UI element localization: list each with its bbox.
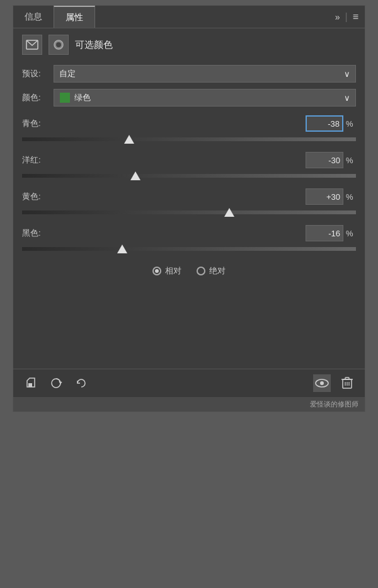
black-thumb[interactable] [117,245,127,253]
clip-icon [25,377,37,389]
color-dropdown-control[interactable]: 绿色 ∨ [54,89,356,107]
color-dropdown[interactable]: 绿色 ∨ [54,89,356,107]
cyan-slider-section: 青色: % [22,115,356,146]
divider: | [345,11,348,23]
radio-relative[interactable]: 相对 [152,265,181,277]
color-row: 颜色: 绿色 ∨ [22,89,356,107]
radio-absolute-label: 绝对 [209,265,226,277]
tab-properties[interactable]: 属性 [54,6,95,28]
magenta-track[interactable] [22,174,356,178]
preset-label: 预设: [22,68,54,79]
yellow-input[interactable] [306,188,343,205]
black-label: 黑色: [22,228,54,239]
cyan-row: 青色: % [22,115,356,132]
magenta-row: 洋红: % [22,152,356,168]
main-panel: 信息 属性 » | ≡ 可选颜色 [13,5,365,412]
visibility-cycle-icon-btn[interactable] [47,374,65,392]
clip-icon-btn[interactable] [22,374,40,392]
yellow-row: 黄色: % [22,188,356,205]
radio-relative-label: 相对 [165,265,181,277]
radio-absolute[interactable]: 绝对 [197,265,226,277]
preset-dropdown-control[interactable]: 自定 ∨ [54,65,356,83]
magenta-pct: % [346,156,356,165]
black-track-container [22,243,356,255]
panel-content: 可选颜色 预设: 自定 ∨ 颜色: 绿色 ∨ [13,28,365,369]
forward-icon[interactable]: » [335,12,340,22]
yellow-track-container [22,206,356,219]
yellow-track[interactable] [22,210,356,214]
cyan-track-container [22,133,356,146]
black-row: 黑色: % [22,225,356,241]
cyan-track[interactable] [22,137,356,141]
cyan-input[interactable] [306,115,343,132]
envelope-icon [26,40,38,50]
visibility-cycle-icon [50,377,62,389]
preset-row: 预设: 自定 ∨ [22,65,356,83]
color-label: 颜色: [22,92,54,103]
preset-arrow-icon: ∨ [344,69,350,79]
bottom-toolbar [13,369,365,397]
black-slider-section: 黑色: % [22,225,356,255]
tab-info[interactable]: 信息 [13,6,54,28]
menu-icon[interactable]: ≡ [353,11,358,23]
sliders-container: 青色: % 洋红: [22,115,356,255]
black-pct: % [346,229,356,238]
magenta-thumb[interactable] [130,171,140,180]
yellow-thumb[interactable] [224,208,234,217]
delete-icon-btn[interactable] [338,374,356,392]
color-swatch [59,92,71,103]
magenta-label: 洋红: [22,154,54,166]
reset-icon-btn[interactable] [72,374,90,392]
radio-absolute-circle[interactable] [197,267,205,275]
svg-point-7 [320,381,324,385]
eye-icon-btn[interactable] [313,374,331,392]
delete-icon [341,377,353,389]
cyan-label: 青色: [22,118,54,129]
black-track[interactable] [22,247,356,251]
tab-extra-icons: » | ≡ [335,6,365,28]
cyan-pct: % [346,119,356,129]
cyan-thumb[interactable] [124,135,134,144]
spacer [22,287,356,362]
eye-icon [315,378,329,388]
reset-icon [75,377,88,389]
yellow-label: 黄色: [22,191,54,202]
circle-icon-btn[interactable] [49,35,69,55]
tab-bar: 信息 属性 » | ≡ [13,6,365,28]
magenta-track-container [22,170,356,182]
yellow-slider-section: 黄色: % [22,188,356,219]
yellow-pct: % [346,192,356,202]
magenta-slider-section: 洋红: % [22,152,356,182]
radio-relative-circle[interactable] [152,267,161,275]
black-input[interactable] [306,225,343,241]
svg-rect-4 [28,383,32,387]
header-row: 可选颜色 [22,35,356,55]
circle-icon [53,39,64,50]
envelope-icon-btn[interactable] [22,35,42,55]
magenta-input[interactable] [306,152,343,168]
radio-row: 相对 绝对 [22,265,356,277]
color-arrow-icon: ∨ [344,93,350,103]
preset-dropdown[interactable]: 自定 ∨ [54,65,356,83]
watermark: 爱怪谈的修图师 [13,397,365,412]
section-title: 可选颜色 [75,39,113,51]
svg-point-2 [56,42,61,47]
svg-rect-10 [345,378,349,379]
